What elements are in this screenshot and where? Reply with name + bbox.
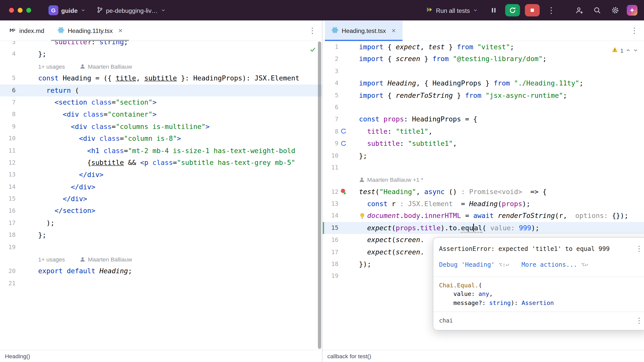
- left-editor[interactable]: 3 subtitle?: string;4};1+ usagesMaarten …: [0, 41, 322, 350]
- code-line[interactable]: 13 </div>: [0, 169, 322, 181]
- breadcrumb-item[interactable]: callback for test(): [327, 353, 371, 359]
- code-line[interactable]: 19: [0, 241, 322, 253]
- gutter[interactable]: [16, 217, 38, 229]
- gutter[interactable]: [16, 145, 38, 157]
- inspections-ok-widget[interactable]: [309, 45, 316, 57]
- gutter[interactable]: [338, 198, 359, 210]
- ai-assistant-icon[interactable]: [627, 5, 637, 16]
- code-line[interactable]: 1import { expect, test } from "vitest";: [323, 41, 644, 53]
- gutter[interactable]: [16, 253, 38, 265]
- line-number[interactable]: 5: [0, 72, 16, 84]
- line-number[interactable]: 10: [0, 133, 16, 145]
- author-annotation[interactable]: Maarten Balliauw +1 *: [367, 177, 423, 183]
- gutter[interactable]: [16, 60, 38, 72]
- right-editor[interactable]: 1import { expect, test } from "vitest";2…: [323, 41, 644, 350]
- left-tabbar-kebab[interactable]: ⋮: [308, 26, 316, 35]
- code-line[interactable]: 20export default Heading;: [0, 265, 322, 277]
- line-number[interactable]: 15: [323, 222, 339, 234]
- code-line[interactable]: 1+ usagesMaarten Balliauw: [0, 60, 322, 72]
- line-number[interactable]: 6: [323, 101, 339, 113]
- author-annotation[interactable]: Maarten Balliauw: [88, 63, 132, 70]
- code-line[interactable]: Maarten Balliauw +1 *: [323, 174, 644, 186]
- gutter[interactable]: [16, 193, 38, 205]
- code-line[interactable]: 5const Heading = ({ title, subtitle }: H…: [0, 72, 322, 84]
- line-number[interactable]: 16: [0, 205, 16, 217]
- gutter[interactable]: [338, 89, 359, 101]
- breadcrumb-item[interactable]: Heading(): [5, 353, 30, 359]
- code-line[interactable]: 16 </section>: [0, 205, 322, 217]
- gutter[interactable]: [338, 125, 359, 138]
- line-number[interactable]: 13: [323, 198, 339, 210]
- gutter[interactable]: [338, 138, 359, 150]
- code-line[interactable]: 13 const r : JSX.Element = Heading(props…: [323, 198, 644, 210]
- code-line[interactable]: 3 subtitle?: string;: [0, 41, 322, 48]
- line-number[interactable]: 7: [0, 97, 16, 109]
- code-line[interactable]: 17 );: [0, 217, 322, 229]
- vcs-change-bar[interactable]: [323, 222, 324, 234]
- line-number[interactable]: 9: [323, 138, 339, 150]
- line-number[interactable]: 6: [0, 84, 16, 97]
- code-line[interactable]: 8 <div class="container">: [0, 109, 322, 121]
- line-number[interactable]: 16: [323, 234, 339, 246]
- line-number[interactable]: 19: [0, 241, 16, 253]
- author-avatar-icon[interactable]: [80, 64, 86, 69]
- line-number[interactable]: 2: [323, 53, 339, 65]
- code-line[interactable]: 12 {subtitle && <p class="subtitle has-t…: [0, 157, 322, 169]
- line-number[interactable]: 15: [0, 193, 16, 205]
- code-line[interactable]: 12test("Heading", async () : Promise<voi…: [323, 186, 644, 198]
- run-all-tests-button[interactable]: Run all tests: [422, 3, 482, 17]
- line-number[interactable]: 11: [0, 145, 16, 157]
- gutter[interactable]: [338, 246, 359, 258]
- gutter[interactable]: [338, 41, 359, 53]
- line-number[interactable]: 18: [323, 258, 339, 270]
- tab-heading-11ty-tsx[interactable]: Heading.11ty.tsx ×: [51, 21, 129, 41]
- code-line[interactable]: 9 <div class="columns is-multiline">: [0, 121, 322, 133]
- branch-selector[interactable]: pe-debugging-liv…: [92, 3, 170, 17]
- rerun-tests-button[interactable]: [505, 4, 520, 16]
- line-number[interactable]: 12: [323, 186, 339, 198]
- line-number[interactable]: 13: [0, 169, 16, 181]
- close-tab-icon[interactable]: ×: [392, 27, 396, 34]
- gutter[interactable]: [338, 65, 359, 77]
- line-number[interactable]: 11: [323, 162, 339, 174]
- code-line[interactable]: 4import Heading, { HeadingProps } from "…: [323, 77, 644, 89]
- gutter[interactable]: [338, 270, 359, 282]
- code-line[interactable]: 7const props: HeadingProps = {: [323, 113, 644, 125]
- gutter[interactable]: [16, 277, 38, 289]
- author-avatar-icon[interactable]: [80, 256, 86, 262]
- rerun-failed-test-icon[interactable]: [340, 189, 347, 195]
- add-user-icon[interactable]: [573, 4, 586, 17]
- gutter[interactable]: [16, 41, 38, 48]
- code-line[interactable]: 4};: [0, 48, 322, 60]
- line-number[interactable]: [323, 174, 339, 186]
- line-number[interactable]: 4: [0, 48, 16, 60]
- line-number[interactable]: [0, 253, 16, 265]
- line-number[interactable]: 3: [323, 65, 339, 77]
- line-number[interactable]: 14: [0, 181, 16, 193]
- code-line[interactable]: 1+ usagesMaarten Balliauw: [0, 253, 322, 265]
- code-line[interactable]: 3: [323, 65, 644, 77]
- chevron-up-icon[interactable]: [626, 45, 631, 57]
- close-tab-icon[interactable]: ×: [118, 27, 123, 34]
- code-line[interactable]: 9 subtitle: "subtitle1",: [323, 138, 644, 150]
- code-line[interactable]: 6 return (: [0, 84, 322, 97]
- inspections-warning-widget[interactable]: 1: [612, 45, 638, 57]
- gutter[interactable]: [16, 169, 38, 181]
- line-number[interactable]: 8: [323, 125, 339, 138]
- more-options-kebab[interactable]: ⋮: [545, 4, 558, 17]
- code-line[interactable]: 10};: [323, 150, 644, 162]
- line-number[interactable]: 9: [0, 121, 16, 133]
- intention-bulb-icon[interactable]: [359, 213, 367, 219]
- gutter[interactable]: [338, 150, 359, 162]
- gutter[interactable]: [338, 113, 359, 125]
- right-tabbar-kebab[interactable]: ⋮: [630, 26, 638, 35]
- gutter[interactable]: [16, 48, 38, 60]
- line-number[interactable]: 8: [0, 109, 16, 121]
- gutter[interactable]: [338, 101, 359, 113]
- code-line[interactable]: 18};: [0, 229, 322, 241]
- code-line[interactable]: 15 </div>: [0, 193, 322, 205]
- usages-hint[interactable]: 1+ usages: [38, 256, 65, 263]
- line-number[interactable]: 19: [323, 270, 339, 282]
- more-actions-link[interactable]: More actions...: [521, 259, 577, 271]
- line-number[interactable]: 18: [0, 229, 16, 241]
